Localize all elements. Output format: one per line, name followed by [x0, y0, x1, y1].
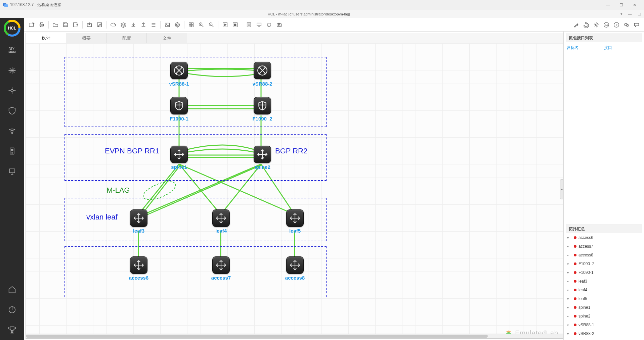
cloud-button[interactable] — [109, 20, 118, 30]
col-interface: 接口 — [604, 45, 642, 51]
stop-button[interactable] — [230, 20, 240, 30]
edit-button[interactable] — [95, 20, 104, 30]
topology-item[interactable]: ▾access8 — [564, 251, 644, 259]
topology-item[interactable]: ▾vSR88-2 — [564, 329, 644, 338]
receipt-button[interactable] — [244, 20, 254, 30]
minimize-button[interactable]: — — [601, 0, 614, 10]
topology-item[interactable]: ▾spine1 — [564, 303, 644, 312]
zoom-in-button[interactable] — [197, 20, 206, 30]
monitor-button[interactable] — [254, 20, 264, 30]
refresh-button[interactable] — [264, 20, 274, 30]
label-spine1: spine1 — [171, 164, 187, 170]
label-vsr88-2: vSR88-2 — [252, 81, 272, 87]
svg-rect-39 — [189, 22, 191, 24]
print-button[interactable] — [37, 20, 46, 30]
node-access8[interactable] — [286, 256, 304, 274]
view-tabs: 设计 概要 配置 文件 — [26, 33, 563, 43]
svg-point-33 — [175, 22, 180, 27]
topology-item[interactable]: ▾spine2 — [564, 312, 644, 321]
node-f1090-1[interactable] — [170, 97, 188, 114]
svg-text:?: ? — [616, 23, 617, 27]
rail-router-icon[interactable] — [5, 83, 19, 98]
svg-rect-24 — [64, 25, 67, 27]
export-button[interactable] — [71, 20, 80, 30]
download-button[interactable] — [129, 20, 138, 30]
toolbar: CMD ? — [24, 18, 644, 32]
svg-point-11 — [12, 133, 12, 134]
node-spine2[interactable] — [254, 146, 271, 163]
tab-overview[interactable]: 概要 — [66, 33, 106, 43]
svg-point-15 — [12, 153, 12, 153]
node-vsr88-1[interactable] — [170, 62, 188, 79]
inner-maximize-button[interactable]: ▢ — [635, 12, 644, 16]
topology-item[interactable]: ▾vSR88-1 — [564, 321, 644, 329]
topology-item[interactable]: ▾F1090_2 — [564, 259, 644, 268]
tab-file[interactable]: 文件 — [147, 33, 187, 43]
rail-wireless-icon[interactable] — [5, 124, 19, 138]
node-leaf4[interactable] — [212, 209, 230, 227]
wrench-button[interactable] — [571, 20, 581, 30]
reload-button[interactable] — [582, 20, 591, 30]
tab-config[interactable]: 配置 — [106, 33, 147, 43]
tab-design[interactable]: 设计 — [26, 33, 66, 43]
topology-canvas[interactable]: vSR88-1 vSR88-2 F1090-1 F1090_2 EVPN BGP… — [26, 43, 563, 338]
save-button[interactable] — [61, 20, 70, 30]
camera-button[interactable] — [274, 20, 284, 30]
play-button[interactable] — [220, 20, 230, 30]
open-button[interactable] — [51, 20, 60, 30]
close-button[interactable]: ✕ — [628, 0, 641, 10]
svg-rect-57 — [257, 23, 261, 26]
node-leaf3[interactable] — [130, 209, 147, 227]
topology-item[interactable]: ▾leaf5 — [564, 294, 644, 303]
settings-button[interactable] — [592, 20, 601, 30]
zoom-out-button[interactable] — [207, 20, 216, 30]
topology-item[interactable]: ▾leaf3 — [564, 277, 644, 286]
wechat-button[interactable] — [622, 20, 631, 30]
hcl-logo-text: HCL — [8, 26, 16, 31]
svg-rect-1 — [4, 4, 8, 7]
topology-item[interactable]: ▾access6 — [564, 233, 644, 242]
inner-minimize-button[interactable]: — — [625, 12, 635, 16]
upload-button[interactable] — [139, 20, 148, 30]
rail-server-icon[interactable] — [5, 144, 19, 158]
zone-spine — [65, 134, 327, 181]
label-leaf5: leaf5 — [289, 228, 301, 234]
label-f1090-1: F1090-1 — [170, 116, 188, 122]
node-leaf5[interactable] — [286, 209, 304, 227]
rail-home-icon[interactable] — [5, 282, 19, 297]
panel-collapse-handle[interactable]: ▸ — [560, 179, 563, 199]
menu-dropdown-icon[interactable]: ▾ — [618, 12, 625, 16]
rail-firewall-icon[interactable] — [5, 103, 19, 118]
topology-item[interactable]: ▾F1090-1 — [564, 268, 644, 277]
image-button[interactable] — [163, 20, 172, 30]
node-access6[interactable] — [130, 256, 147, 274]
capture-columns: 设备名 接口 — [566, 45, 641, 51]
rail-trophy-icon[interactable] — [5, 323, 19, 337]
grid-button[interactable] — [186, 20, 196, 30]
node-access7[interactable] — [212, 256, 230, 274]
maximize-button[interactable]: ☐ — [614, 0, 628, 10]
import-button[interactable] — [85, 20, 94, 30]
rail-host-icon[interactable] — [5, 164, 19, 179]
svg-rect-52 — [234, 24, 236, 26]
horizontal-scrollbar[interactable] — [26, 334, 563, 338]
app-titlebar: HCL - m-lag [c:\users\administrator\desk… — [0, 10, 644, 18]
label-vsr88-1: vSR88-1 — [169, 81, 189, 87]
node-f1090-2[interactable] — [254, 97, 271, 114]
topology-item[interactable]: ▾leaf4 — [564, 286, 644, 294]
cmd-button[interactable]: CMD — [602, 20, 611, 30]
layers-button[interactable] — [119, 20, 128, 30]
rail-power-icon[interactable] — [5, 302, 19, 317]
node-spine1[interactable] — [170, 146, 188, 163]
hcl-logo[interactable]: HCL — [3, 19, 22, 38]
new-project-button[interactable] — [27, 20, 36, 30]
list-button[interactable] — [149, 20, 158, 30]
topology-item[interactable]: ▾access7 — [564, 242, 644, 251]
rail-switch-icon[interactable] — [5, 63, 19, 78]
help-button[interactable]: ? — [612, 20, 621, 30]
zone-core — [65, 57, 327, 127]
node-vsr88-2[interactable] — [254, 62, 271, 79]
rail-diy-icon[interactable]: DIY — [5, 43, 19, 58]
chat-button[interactable] — [632, 20, 641, 30]
target-button[interactable] — [173, 20, 182, 30]
